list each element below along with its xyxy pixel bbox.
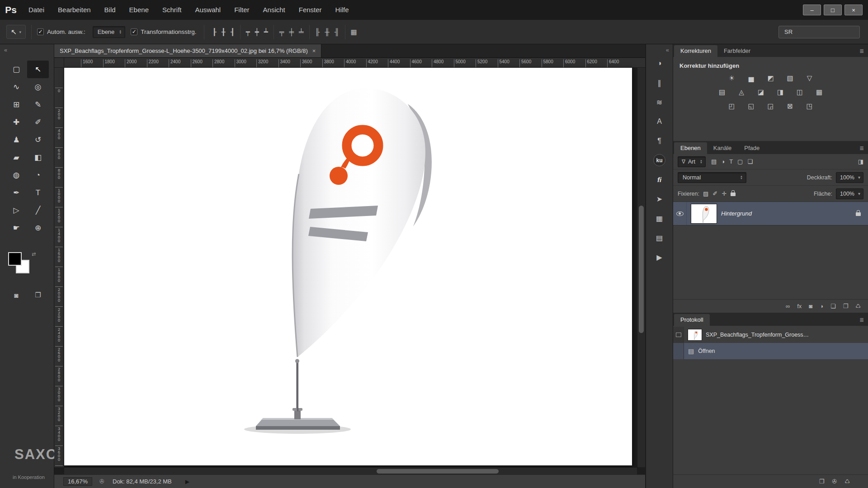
auto-align-layers-icon[interactable]: ▦: [351, 28, 357, 36]
layer-effects-icon[interactable]: fx: [797, 303, 802, 310]
distribute-left-edges-icon[interactable]: ╟: [315, 28, 320, 36]
eraser-tool[interactable]: ▰: [5, 149, 27, 166]
selective-color-icon[interactable]: ⊠: [784, 101, 796, 111]
line-tool[interactable]: ╱: [27, 202, 49, 219]
horizontal-scrollbar[interactable]: [64, 467, 637, 474]
layer-thumbnail[interactable]: [691, 204, 717, 223]
brush-tool[interactable]: ✐: [27, 113, 49, 131]
menu-item-ansicht[interactable]: Ansicht: [256, 0, 292, 20]
workspace-switcher[interactable]: SR: [778, 26, 860, 38]
menu-item-auswahl[interactable]: Auswahl: [189, 0, 228, 20]
gradient-tool[interactable]: ◧: [27, 149, 49, 166]
color-balance-icon[interactable]: ◪: [755, 87, 767, 97]
clone-stamp-tool[interactable]: ♟: [5, 131, 27, 149]
curves-icon[interactable]: ◩: [765, 73, 777, 83]
layer-filter-dropdown[interactable]: ∇ Art: [678, 156, 706, 167]
channel-mixer-icon[interactable]: ▦: [813, 87, 825, 97]
align-bottom-edges-icon[interactable]: ┷: [264, 28, 268, 36]
menu-item-hilfe[interactable]: Hilfe: [329, 0, 356, 20]
adjustment-layer-icon[interactable]: ◑: [820, 303, 823, 310]
hand-tool[interactable]: ☛: [5, 219, 27, 237]
align-left-edges-icon[interactable]: ┠: [212, 28, 217, 36]
distribute-right-edges-icon[interactable]: ╢: [335, 28, 340, 36]
filter-shape-layers-icon[interactable]: ▢: [737, 158, 743, 165]
auto-select-checkbox[interactable]: ✓: [37, 28, 44, 35]
layer-visibility-cell[interactable]: [673, 202, 687, 225]
black-white-icon[interactable]: ◨: [774, 87, 786, 97]
horizontal-scrollbar-thumb[interactable]: [377, 469, 499, 474]
layer-group-icon[interactable]: ❏: [830, 303, 836, 310]
vertical-scrollbar[interactable]: [637, 68, 645, 467]
close-button[interactable]: ×: [844, 5, 863, 15]
posterize-icon[interactable]: ◱: [745, 101, 757, 111]
path-selection-tool[interactable]: ▷: [5, 202, 27, 219]
maximize-button[interactable]: □: [824, 5, 842, 15]
new-snapshot-icon[interactable]: ✇: [832, 478, 837, 485]
link-layers-icon[interactable]: ∞: [786, 303, 790, 310]
panel-paragraph-icon[interactable]: ¶: [652, 135, 667, 147]
threshold-icon[interactable]: ◲: [765, 101, 777, 111]
layer-mask-icon[interactable]: ◙: [809, 303, 812, 310]
levels-icon[interactable]: ▅: [745, 73, 757, 83]
layer-filter-toggle[interactable]: ◨: [858, 158, 863, 165]
healing-brush-tool[interactable]: ✚: [5, 113, 27, 131]
distribute-bottom-edges-icon[interactable]: ╧: [299, 28, 304, 36]
tab-farbfelder[interactable]: Farbfelder: [717, 45, 757, 57]
vertical-scrollbar-thumb[interactable]: [639, 206, 644, 333]
panel-swatches-icon[interactable]: ▦: [652, 212, 667, 225]
lasso-tool[interactable]: ∿: [5, 78, 27, 96]
color-lookup-icon[interactable]: ▽: [804, 73, 816, 83]
lock-image-pixels-icon[interactable]: ✐: [712, 190, 717, 197]
panel-properties-icon[interactable]: ∥: [652, 76, 667, 89]
blend-mode-dropdown[interactable]: Normal: [678, 172, 746, 183]
filter-pixel-layers-icon[interactable]: ▤: [711, 158, 717, 165]
foreground-color-swatch[interactable]: [8, 252, 22, 266]
screen-mode-button[interactable]: ❐: [27, 287, 49, 303]
panel-image-icon[interactable]: ▤: [652, 231, 667, 244]
filter-type-layers-icon[interactable]: T: [729, 158, 733, 165]
swap-colors-icon[interactable]: ⇄: [32, 251, 36, 257]
dodge-tool[interactable]: ◔: [27, 166, 49, 184]
lock-transparent-pixels-icon[interactable]: ▨: [703, 190, 708, 197]
brightness-contrast-icon[interactable]: ☀: [726, 73, 738, 83]
menu-item-filter[interactable]: Filter: [227, 0, 256, 20]
menu-item-schrift[interactable]: Schrift: [156, 0, 189, 20]
distribute-horizontal-centers-icon[interactable]: ╫: [325, 28, 330, 36]
align-horizontal-centers-icon[interactable]: ╂: [222, 28, 226, 36]
filter-smart-objects-icon[interactable]: ❏: [747, 158, 753, 165]
history-item[interactable]: SXP_Beachflags_Tropfenform_Groess…: [673, 327, 868, 343]
tab-kanäle[interactable]: Kanäle: [707, 142, 738, 154]
tab-korrekturen[interactable]: Korrekturen: [674, 45, 717, 57]
panel-menu-icon[interactable]: ≣: [859, 145, 864, 151]
tab-pfade[interactable]: Pfade: [738, 142, 766, 154]
close-icon[interactable]: ×: [312, 47, 316, 54]
hue-saturation-icon[interactable]: ◬: [736, 87, 747, 97]
opacity-field[interactable]: 100%: [836, 172, 863, 183]
delete-state-icon[interactable]: ♺: [844, 478, 850, 485]
exposure-icon[interactable]: ▧: [784, 73, 796, 83]
lock-position-icon[interactable]: ✛: [722, 190, 726, 197]
rectangular-marquee-tool[interactable]: ▢: [5, 61, 27, 78]
align-vertical-centers-icon[interactable]: ┿: [255, 28, 259, 36]
lock-all-icon[interactable]: [731, 190, 736, 198]
zoom-tool[interactable]: ⊕: [27, 219, 49, 237]
tool-preset-picker[interactable]: ↖ ▾: [6, 25, 26, 39]
photo-filter-icon[interactable]: ◫: [794, 87, 806, 97]
gradient-map-icon[interactable]: ◳: [804, 101, 816, 111]
zoom-level-field[interactable]: 16,67%: [63, 477, 92, 486]
collapse-toolbar-icon[interactable]: «: [4, 47, 7, 53]
panel-menu-icon[interactable]: ≣: [859, 317, 864, 323]
tab-ebenen[interactable]: Ebenen: [674, 142, 707, 154]
eyedropper-tool[interactable]: ✎: [27, 96, 49, 113]
new-layer-icon[interactable]: ❐: [843, 303, 849, 310]
expand-panels-icon[interactable]: «: [666, 47, 669, 53]
blur-tool[interactable]: ◍: [5, 166, 27, 184]
panel-styles-icon[interactable]: ≋: [652, 96, 667, 108]
panel-minibridge-badge[interactable]: fi: [652, 173, 667, 186]
panel-kuler-badge[interactable]: ku: [653, 154, 665, 166]
history-item[interactable]: ▤Öffnen: [673, 343, 868, 359]
auto-select-target-dropdown[interactable]: Ebene: [93, 26, 126, 38]
quick-mask-button[interactable]: ◙: [5, 287, 27, 303]
canvas[interactable]: [64, 68, 632, 465]
panel-character-icon[interactable]: A: [652, 115, 667, 128]
